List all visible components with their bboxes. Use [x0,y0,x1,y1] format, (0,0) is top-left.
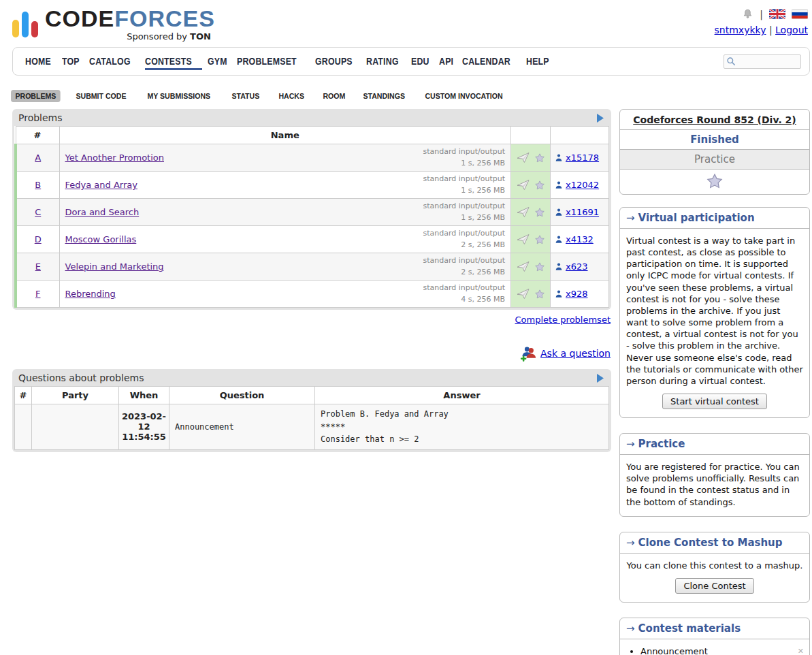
solved-count-link[interactable]: x928 [566,289,588,299]
problem-index-link[interactable]: E [35,261,41,272]
problem-title-link[interactable]: Velepin and Marketing [65,261,164,272]
subnav-item-hacks[interactable]: HACKS [274,90,308,102]
material-link[interactable]: Announcement [640,646,708,655]
person-icon [554,207,564,217]
practice-box: →Practice You are registered for practic… [619,433,810,517]
expand-arrow-icon[interactable] [596,114,604,123]
nav-item-home[interactable]: HOME [25,52,56,70]
solved-count-link[interactable]: x11691 [566,207,599,217]
paper-plane-icon[interactable] [517,206,530,218]
close-icon[interactable]: ✕ [796,647,805,655]
nav-item-contests[interactable]: CONTESTS [145,52,202,70]
nav-item-api[interactable]: API [439,52,457,70]
virtual-participation-box: →Virtual participation Virtual contest i… [619,207,810,418]
problem-index-link[interactable]: B [35,180,41,190]
problem-row: B Fedya and Array standard input/output … [16,172,609,199]
subnav-item-my-submissions[interactable]: MY SUBMISSIONS [143,90,215,102]
solved-count-link[interactable]: x12042 [566,180,599,190]
col-header-answer: Answer [315,387,609,404]
contest-materials-box: →Contest materials Announcement ✕ [619,618,810,655]
subnav-item-standings[interactable]: STANDINGS [359,90,409,102]
problem-solved-cell: x11691 [551,199,609,226]
star-icon[interactable] [534,207,545,218]
nav-item-groups[interactable]: GROUPS [315,52,361,70]
uk-flag-icon[interactable] [769,9,785,19]
subnav-item-submit-code[interactable]: SUBMIT CODE [71,90,131,102]
problem-io-limits: standard input/output 1 s, 256 MB [423,201,505,223]
problem-title-link[interactable]: Rebrending [65,289,116,299]
col-header-party: Party [32,387,119,404]
star-icon[interactable] [534,180,545,191]
caption-arrow: → [626,622,635,635]
problem-title-link[interactable]: Yet Another Promotion [65,153,164,163]
star-icon[interactable] [534,153,545,163]
solved-count-link[interactable]: x623 [566,261,588,272]
contest-title-link[interactable]: Codeforces Round 852 (Div. 2) [633,114,796,125]
paper-plane-icon[interactable] [517,261,530,272]
clone-contest-caption: →Clone Contest to Mashup [620,532,809,554]
ask-question-row: Ask a question [12,345,611,362]
subnav-item-status[interactable]: STATUS [227,90,264,102]
problem-io-limits: standard input/output 2 s, 256 MB [423,228,505,251]
problem-actions-cell [511,199,551,226]
sidebar: Codeforces Round 852 (Div. 2) Finished P… [619,109,810,655]
problem-row: A Yet Another Promotion standard input/o… [16,144,609,172]
clone-contest-button[interactable]: Clone Contest [675,578,753,594]
col-header-name: Name [59,127,511,144]
practice-text: You are registered for practice. You can… [626,461,803,508]
subnav-item-custom-invocation[interactable]: CUSTOM INVOCATION [421,90,507,102]
paper-plane-icon[interactable] [517,234,530,245]
material-item: Announcement ✕ [640,646,809,655]
codeforces-logo[interactable]: CODEFORCES Sponsored by TON [12,7,215,42]
question-index-cell [15,404,32,450]
site-header: CODEFORCES Sponsored by TON | sntmxykky … [0,0,812,42]
ask-question-link[interactable]: Ask a question [540,348,611,359]
nav-item-help[interactable]: HELP [526,52,554,70]
solved-count-link[interactable]: x4132 [566,234,594,244]
problem-actions-cell [511,172,551,199]
nav-item-edu[interactable]: EDU [411,52,434,70]
star-icon[interactable] [534,261,545,272]
expand-arrow-icon[interactable] [596,374,604,383]
nav-item-top[interactable]: TOP [62,52,83,70]
problem-index-cell: C [16,199,59,226]
problem-index-link[interactable]: D [35,234,42,244]
start-virtual-contest-button[interactable]: Start virtual contest [662,394,767,409]
ask-question-people-icon [519,345,537,362]
nav-item-problemset[interactable]: PROBLEMSET [237,52,310,70]
col-header-question: Question [169,387,315,404]
problems-caption-bar: Problems [14,109,609,126]
nav-item-rating[interactable]: RATING [366,52,406,70]
problem-index-link[interactable]: F [35,289,40,299]
solved-count-link[interactable]: x15178 [566,153,599,163]
logout-link[interactable]: Logout [775,25,808,35]
separator: | [769,25,775,35]
paper-plane-icon[interactable] [517,152,530,163]
star-icon[interactable] [534,234,545,245]
star-icon[interactable] [534,289,545,300]
questions-table-container: Questions about problems # Party When Qu… [12,369,611,452]
subnav-item-room[interactable]: ROOM [319,90,350,102]
person-icon [554,180,564,190]
bell-icon[interactable] [742,8,753,20]
paper-plane-icon[interactable] [517,179,530,191]
problem-name-cell: Moscow Gorillas standard input/output 2 … [59,226,511,253]
ru-flag-icon[interactable] [792,9,808,19]
user-row: sntmxykky | Logout [715,25,808,35]
caption-arrow: → [626,212,635,224]
username-link[interactable]: sntmxykky [715,25,766,35]
complete-problemset-link[interactable]: Complete problemset [515,315,611,325]
separator: | [760,9,763,20]
problem-index-link[interactable]: C [35,207,41,217]
favorite-star-icon[interactable] [620,170,809,194]
logo-forces: FORCES [114,5,215,31]
problem-title-link[interactable]: Dora and Search [65,207,140,217]
problem-index-link[interactable]: A [35,153,41,163]
nav-item-catalog[interactable]: CATALOG [89,52,140,70]
nav-item-gym[interactable]: GYM [208,52,231,70]
problem-title-link[interactable]: Fedya and Array [65,180,137,190]
subnav-item-problems[interactable]: PROBLEMS [11,90,61,102]
nav-item-calendar[interactable]: CALENDAR [462,52,521,70]
paper-plane-icon[interactable] [517,288,530,300]
problem-title-link[interactable]: Moscow Gorillas [65,234,137,244]
